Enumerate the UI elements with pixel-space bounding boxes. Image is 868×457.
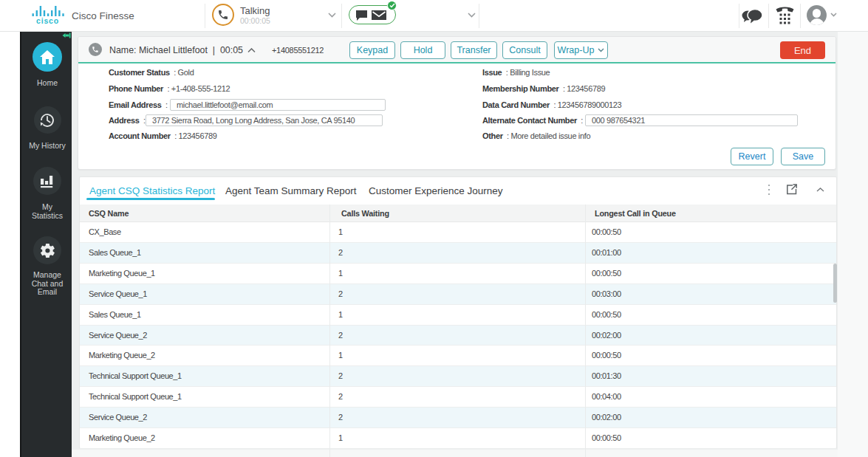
- svg-text:cisco: cisco: [36, 16, 59, 24]
